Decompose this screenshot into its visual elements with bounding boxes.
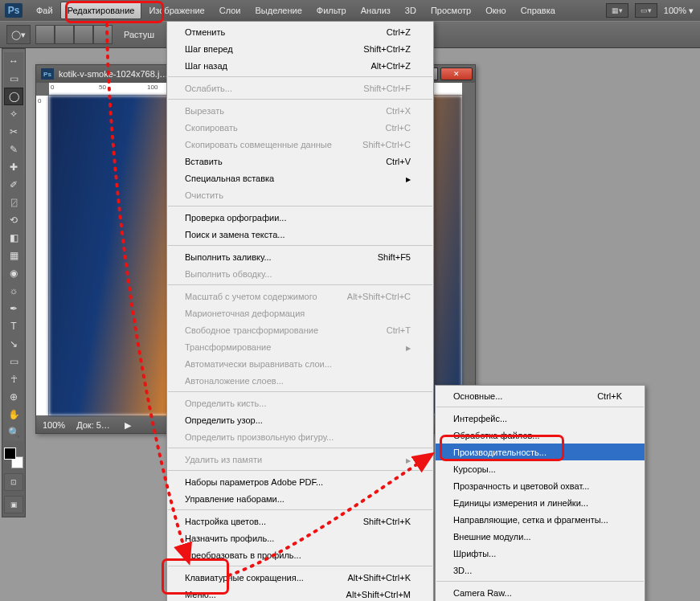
foreground-color[interactable] [4, 448, 16, 460]
history-brush-tool[interactable]: ⟲ [4, 211, 23, 229]
edit-menu-item: Автоналожение слоев... [167, 372, 433, 389]
path-select-tool[interactable]: ↘ [4, 335, 23, 353]
edit-menu-item[interactable]: Назначить профиль... [167, 529, 433, 546]
menu-Фильтр[interactable]: Фильтр [309, 2, 354, 19]
menu-Окно[interactable]: Окно [478, 2, 514, 19]
tool-preset-icon[interactable]: ◯▾ [6, 25, 31, 44]
wand-tool[interactable]: ✧ [4, 105, 23, 123]
selection-mode-group [35, 25, 113, 44]
menu-item-label: Поиск и замена текста... [185, 230, 285, 239]
edit-menu-item: Трансформирование [167, 338, 433, 355]
blur-tool[interactable]: ◉ [4, 264, 23, 282]
prefs-menu-item[interactable]: Обработка файлов... [436, 427, 645, 444]
edit-menu-item[interactable]: Управление наборами... [167, 490, 433, 507]
pen-tool[interactable]: ✒ [4, 300, 23, 317]
edit-menu-item[interactable]: ОтменитьCtrl+Z [167, 23, 433, 40]
prefs-menu-item[interactable]: Шрифты... [436, 545, 645, 562]
menu-item-label: Автоналожение слоев... [185, 376, 284, 386]
color-swatches[interactable] [4, 448, 23, 468]
screen-mode-icon[interactable]: ▭▾ [635, 3, 657, 18]
move-tool[interactable]: ↔ [4, 52, 23, 70]
edit-menu-item: Определить кисть... [167, 395, 433, 411]
prefs-menu-item[interactable]: 3D... [436, 562, 645, 579]
zoom-level[interactable]: 100% ▾ [664, 6, 694, 16]
menu-item-label: Трансформирование [185, 342, 271, 352]
menu-item-label: Марионеточная деформация [185, 309, 305, 318]
zoom-tool[interactable]: 🔍 [4, 423, 23, 441]
menu-item-label: Управление наборами... [185, 494, 285, 504]
menu-item-shortcut: Alt+Ctrl+Z [351, 61, 411, 71]
type-tool[interactable]: T [4, 317, 23, 335]
selection-subtract[interactable] [74, 25, 93, 44]
edit-menu-item[interactable]: ВставитьCtrl+V [167, 153, 433, 170]
menu-item-label: Camera Raw... [453, 588, 512, 598]
prefs-menu-item[interactable]: Интерфейс... [436, 410, 645, 427]
menu-Редактирование[interactable]: Редактирование [60, 2, 142, 19]
marquee-tool[interactable]: ▭ [4, 70, 23, 88]
crop-tool[interactable]: ✂ [4, 123, 23, 141]
close-button[interactable]: ✕ [440, 67, 473, 80]
ruler-vertical: 0 [36, 96, 49, 415]
quickmask-toggle[interactable]: ⊡ [4, 473, 23, 491]
tool-palette: ↔▭◯✧✂✎✚✐⍁⟲◧▦◉☼✒T↘▭☥⊕✋🔍 ⊡ ▣ [2, 48, 26, 517]
dodge-tool[interactable]: ☼ [4, 282, 23, 300]
prefs-menu-item[interactable]: Производительность... [436, 444, 645, 460]
selection-add[interactable] [55, 25, 74, 44]
edit-menu-item[interactable]: Шаг назадAlt+Ctrl+Z [167, 57, 433, 74]
menu-Изображение[interactable]: Изображение [141, 2, 211, 19]
menu-item-label: Отменить [185, 27, 225, 37]
brush-tool[interactable]: ✐ [4, 176, 23, 194]
edit-menu-item[interactable]: Клавиатурные сокращения...Alt+Shift+Ctrl… [167, 569, 433, 586]
menu-item-label: Внешние модули... [453, 532, 531, 542]
menu-item-label: Определить произвольную фигуру... [185, 432, 334, 442]
edit-menu-item[interactable]: Шаг впередShift+Ctrl+Z [167, 40, 433, 57]
edit-menu-item[interactable]: Преобразовать в профиль... [167, 546, 433, 563]
eraser-tool[interactable]: ◧ [4, 229, 23, 247]
prefs-menu-item[interactable]: Основные...Ctrl+K [436, 387, 645, 404]
edit-menu-item[interactable]: Специальная вставка [167, 170, 433, 186]
edit-menu-item[interactable]: Меню...Alt+Shift+Ctrl+M [167, 586, 433, 601]
shape-tool[interactable]: ▭ [4, 353, 23, 370]
menu-Просмотр[interactable]: Просмотр [424, 2, 478, 19]
workspace-switcher-icon[interactable]: ▦▾ [606, 3, 628, 18]
prefs-menu-item[interactable]: Направляющие, сетка и фрагменты... [436, 511, 645, 528]
edit-menu-item[interactable]: Определить узор... [167, 411, 433, 428]
prefs-menu-item[interactable]: Единицы измерения и линейки... [436, 494, 645, 511]
menu-3D[interactable]: 3D [398, 2, 424, 19]
stamp-tool[interactable]: ⍁ [4, 194, 23, 211]
menu-Анализ[interactable]: Анализ [354, 2, 398, 19]
prefs-menu-item[interactable]: Курсоры... [436, 460, 645, 477]
menu-Выделение[interactable]: Выделение [248, 2, 309, 19]
hand-tool[interactable]: ✋ [4, 406, 23, 423]
eyedropper-tool[interactable]: ✎ [4, 141, 23, 158]
edit-menu-item[interactable]: Наборы параметров Adobe PDF... [167, 473, 433, 490]
status-zoom[interactable]: 100% [43, 420, 65, 430]
edit-menu-item[interactable]: Проверка орфографии... [167, 209, 433, 226]
edit-menu-item: СкопироватьCtrl+C [167, 119, 433, 136]
prefs-menu-item[interactable]: Camera Raw... [436, 584, 645, 601]
3d-camera-tool[interactable]: ⊕ [4, 388, 23, 406]
menu-Слои[interactable]: Слои [212, 2, 248, 19]
edit-menu-item[interactable]: Выполнить заливку...Shift+F5 [167, 248, 433, 265]
status-arrow-icon[interactable]: ▶ [125, 420, 131, 431]
ruler-tick: 0 [51, 84, 54, 91]
edit-menu-item[interactable]: Настройка цветов...Shift+Ctrl+K [167, 513, 433, 529]
selection-intersect[interactable] [93, 25, 113, 44]
menu-Фай[interactable]: Фай [29, 2, 60, 19]
screenmode-toggle[interactable]: ▣ [4, 496, 23, 513]
lasso-tool[interactable]: ◯ [4, 88, 23, 105]
edit-menu-item: ВырезатьCtrl+X [167, 102, 433, 119]
heal-tool[interactable]: ✚ [4, 158, 23, 176]
prefs-menu-item[interactable]: Внешние модули... [436, 528, 645, 545]
menu-item-label: Шрифты... [453, 549, 496, 558]
menu-item-shortcut: Shift+Ctrl+K [344, 517, 411, 526]
3d-tool[interactable]: ☥ [4, 370, 23, 388]
menu-item-shortcut: Ctrl+K [578, 391, 622, 401]
selection-new[interactable] [35, 25, 55, 44]
prefs-menu-item[interactable]: Прозрачность и цветовой охват... [436, 477, 645, 494]
edit-menu-item[interactable]: Поиск и замена текста... [167, 226, 433, 243]
edit-menu-item: Марионеточная деформация [167, 305, 433, 321]
menu-item-label: Выполнить заливку... [185, 252, 272, 262]
gradient-tool[interactable]: ▦ [4, 247, 23, 264]
menu-Справка[interactable]: Справка [514, 2, 563, 19]
